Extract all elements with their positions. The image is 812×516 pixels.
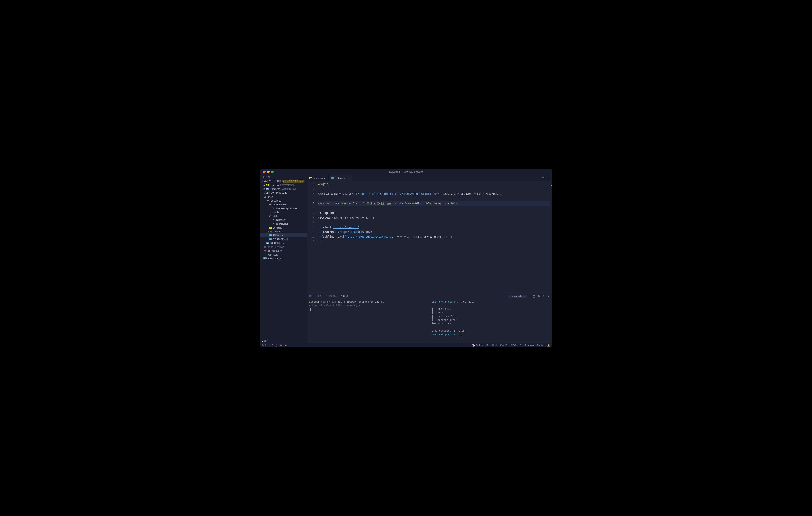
status-bell-icon[interactable]: 🔔: [547, 344, 550, 346]
terminal-pane-left[interactable]: success [09:57:19] Build 36d6e0 finished…: [307, 299, 429, 343]
close-tab-icon[interactable]: ×: [348, 177, 349, 180]
status-brackets[interactable]: {..} : 0: [276, 344, 282, 346]
md-file-icon: M↓: [269, 234, 272, 236]
status-language[interactable]: Markdown: [524, 344, 534, 346]
new-terminal-icon[interactable]: +: [529, 295, 531, 298]
status-errors[interactable]: ⓧ0: [262, 344, 266, 347]
folder-open-icon: 🗁: [269, 203, 272, 206]
js-file-icon: JS: [310, 177, 312, 179]
outline-label: 개요: [264, 339, 268, 343]
explorer-sidebar: 탐색기 ▾ 열려 있는 편집기 1이(가) 저장되지 않음 ● JS confi…: [260, 175, 307, 343]
panel-tabs: 문제 출력 디버그 콘솔 터미널 1: node, zsh + ◫ 🗑 ⌃ ✕: [307, 293, 552, 299]
kill-terminal-icon[interactable]: 🗑: [538, 295, 540, 298]
tree-folder-vuepress[interactable]: 🗁 .vuepress: [260, 199, 307, 203]
minimap-marker: [551, 185, 552, 186]
md-file-icon: M↓: [269, 238, 272, 240]
open-editors-section[interactable]: ▾ 열려 있는 편집기 1이(가) 저장되지 않음: [260, 179, 307, 183]
tree-folder-styles[interactable]: 🗁 styles: [260, 214, 307, 218]
tree-file-readme3[interactable]: M↓ README.md: [260, 256, 307, 260]
js-file-icon: JS: [269, 226, 272, 229]
open-editor-config[interactable]: ● JS config.js docs/.vuepress: [260, 183, 307, 187]
status-golive[interactable]: 📡Go Live: [472, 344, 483, 346]
open-editor-editormd[interactable]: × M↓ Editor.md docs/guidebook: [260, 187, 307, 191]
terminal-selector[interactable]: 1: node, zsh: [508, 295, 527, 298]
status-encoding[interactable]: UTF-8: [510, 344, 516, 346]
bottom-panel: 문제 출력 디버그 콘솔 터미널 1: node, zsh + ◫ 🗑 ⌃ ✕: [307, 293, 552, 343]
maximize-panel-icon[interactable]: ⌃: [543, 295, 545, 298]
status-warnings[interactable]: ⚠0: [269, 344, 273, 346]
tree-file-iframe[interactable]: V iframeWrapper.vue: [260, 206, 307, 210]
tree-file-readme1[interactable]: M↓ README.md: [260, 237, 307, 241]
status-bolt-icon[interactable]: ⚡: [284, 344, 287, 346]
project-section[interactable]: ▾ VUE-NUXT-PREPARE: [260, 191, 307, 195]
project-name: VUE-NUXT-PREPARE: [264, 192, 287, 194]
close-editor-icon[interactable]: ×: [263, 187, 266, 190]
preview-icon[interactable]: ⫾◫: [536, 177, 539, 179]
folder-open-icon: 🗁: [263, 195, 267, 199]
tree-folder-nodemodules[interactable]: 🗀 node_modules: [260, 245, 307, 249]
outline-section[interactable]: ▸ 개요: [260, 339, 307, 343]
terminal-cursor: [460, 333, 462, 336]
open-editor-path: docs/.vuepress: [280, 184, 295, 186]
minimap[interactable]: [550, 181, 552, 293]
explorer-header: 탐색기: [260, 175, 307, 179]
split-terminal-icon[interactable]: ◫: [533, 295, 535, 298]
terminal-body[interactable]: success [09:57:19] Build 36d6e0 finished…: [307, 299, 552, 343]
md-file-icon: M↓: [266, 242, 269, 244]
modified-dot-icon: ●: [324, 177, 325, 179]
status-cursor[interactable]: 줄 5, 열 49: [486, 344, 497, 347]
md-file-icon: M↓: [266, 188, 269, 190]
terminal-cursor: [309, 308, 311, 311]
tree-file-editormd[interactable]: M↓ Editor.md: [260, 233, 307, 237]
panel-tab-problems[interactable]: 문제: [309, 294, 314, 299]
chevron-down-icon: ▾: [261, 180, 264, 182]
tree-file-config[interactable]: JS config.js: [260, 225, 307, 230]
window-minimize-button[interactable]: [267, 171, 270, 173]
open-editors-label: 열려 있는 편집기: [264, 179, 281, 183]
tree-folder-docs[interactable]: 🗁 docs: [260, 195, 307, 199]
folder-icon: 🗀: [263, 245, 267, 248]
window-maximize-button[interactable]: [271, 171, 274, 173]
status-spaces[interactable]: 공백: 2: [499, 344, 506, 347]
status-eol[interactable]: LF: [519, 344, 521, 346]
tree-folder-guidebook[interactable]: 🗁 guidebook: [260, 230, 307, 233]
panel-tab-terminal[interactable]: 터미널: [341, 294, 348, 299]
chevron-right-icon: ▸: [261, 340, 264, 342]
md-file-icon: M↓: [263, 257, 267, 260]
stylus-file-icon: ʃ: [272, 222, 275, 225]
vue-file-icon: V: [272, 207, 275, 210]
terminal-pane-right[interactable]: vue-nuxt-prepare ❯ tree -L 1 .├── README…: [429, 299, 552, 343]
code-content[interactable]: # 에디터수업에서 활용하는 에디터는 [Visual Studio Code]…: [318, 181, 550, 293]
tree-folder-components[interactable]: 🗁 components: [260, 203, 307, 206]
broadcast-icon: 📡: [472, 344, 475, 346]
window-close-button[interactable]: [263, 171, 265, 173]
panel-tab-debug[interactable]: 디버그 콘솔: [325, 294, 337, 299]
md-file-icon: M↓: [331, 177, 335, 179]
folder-open-icon: 🗁: [269, 214, 272, 218]
tab-bar: JS config.js ● M↓ Editor.md × ⫾◫ ◫ ⋯: [307, 175, 552, 181]
unsaved-badge: 1이(가) 저장되지 않음: [282, 180, 305, 183]
close-panel-icon[interactable]: ✕: [547, 295, 549, 298]
tree-file-indexstyl[interactable]: ʃ index.styl: [260, 218, 307, 222]
stylus-file-icon: ʃ: [272, 218, 275, 221]
tab-editormd[interactable]: M↓ Editor.md ×: [328, 175, 352, 181]
tree-file-yarnlock[interactable]: ⚲ yarn.lock: [260, 252, 307, 256]
panel-tab-output[interactable]: 출력: [317, 294, 322, 299]
status-prettier[interactable]: Prettier: [537, 344, 545, 346]
tree-file-readme2[interactable]: M↓ README.md: [260, 241, 307, 245]
npm-file-icon: ⬢: [263, 249, 267, 252]
tree-file-packagejson[interactable]: ⬢ package.json: [260, 249, 307, 252]
split-editor-icon[interactable]: ◫: [542, 177, 544, 180]
line-gutter: 12345678910111213: [307, 181, 318, 293]
folder-icon: 🗀: [269, 211, 272, 214]
tree-folder-public[interactable]: 🗀 public: [260, 210, 307, 214]
yarn-file-icon: ⚲: [263, 253, 267, 256]
editor-area[interactable]: 12345678910111213 # 에디터수업에서 활용하는 에디터는 [V…: [307, 181, 552, 293]
tab-config[interactable]: JS config.js ●: [307, 175, 328, 181]
statusbar: ⓧ0 ⚠0 {..} : 0 ⚡ 📡Go Live 줄 5, 열 49 공백: …: [260, 343, 552, 347]
tree-file-palettestyl[interactable]: ʃ palette.styl: [260, 222, 307, 225]
more-actions-icon[interactable]: ⋯: [547, 177, 549, 180]
window-title: Editor.md — vue-nuxt-prepare: [389, 170, 423, 173]
vscode-window: Editor.md — vue-nuxt-prepare 탐색기 ▾ 열려 있는…: [260, 169, 552, 347]
editor-main: JS config.js ● M↓ Editor.md × ⫾◫ ◫ ⋯ 123…: [307, 175, 552, 343]
